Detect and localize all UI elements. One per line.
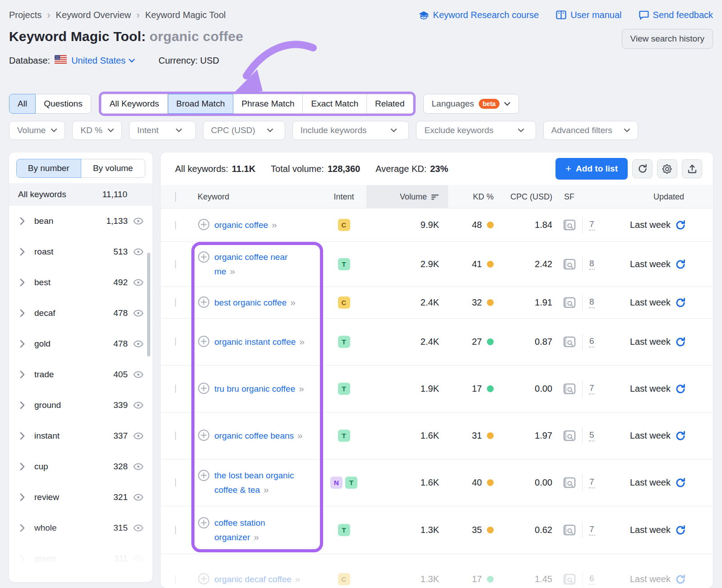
keyword-link[interactable]: organic instant coffee (214, 337, 296, 347)
expand-keyword-icon[interactable]: » (299, 383, 303, 394)
add-keyword-plus-icon[interactable] (198, 251, 210, 265)
tab-related[interactable]: Related (367, 94, 413, 114)
expand-keyword-icon[interactable]: » (272, 219, 276, 230)
include-keywords-dropdown[interactable]: Include keywords (292, 121, 409, 140)
tab-all-keywords[interactable]: All Keywords (101, 94, 168, 114)
volume-filter-dropdown[interactable]: Volume (9, 121, 65, 140)
sf-count[interactable]: 5 (589, 430, 595, 441)
view-search-history-button[interactable]: View search history (622, 29, 713, 49)
tab-all[interactable]: All (9, 94, 36, 114)
sidebar-group-best[interactable]: best 492 (9, 267, 153, 298)
row-checkbox[interactable] (175, 221, 176, 229)
refresh-metrics-icon[interactable] (675, 574, 686, 585)
languages-dropdown[interactable]: Languages beta (423, 94, 519, 114)
serp-features-icon[interactable] (563, 477, 576, 489)
sf-count[interactable]: 6 (589, 336, 595, 347)
tab-phrase-match[interactable]: Phrase Match (233, 94, 303, 114)
serp-features-icon[interactable] (563, 336, 576, 348)
intent-filter-dropdown[interactable]: Intent (129, 121, 196, 140)
sidebar-group-review[interactable]: review 321 (9, 482, 153, 513)
sidebar-scrollbar-thumb[interactable] (147, 253, 150, 357)
serp-features-icon[interactable] (563, 574, 576, 585)
row-checkbox[interactable] (175, 260, 176, 269)
send-feedback-link[interactable]: Send feedback (639, 10, 713, 20)
sidebar-group-decaf[interactable]: decaf 478 (9, 298, 153, 329)
add-keyword-plus-icon[interactable] (198, 335, 210, 349)
chevron-right-icon[interactable] (20, 309, 30, 317)
eye-icon[interactable] (133, 524, 143, 532)
sidebar-all-keywords-row[interactable]: All keywords 11,110 (9, 183, 153, 206)
expand-keyword-icon[interactable]: » (295, 574, 300, 584)
eye-icon[interactable] (133, 279, 143, 286)
exclude-keywords-dropdown[interactable]: Exclude keywords (416, 121, 536, 140)
sidebar-group-trade[interactable]: trade 405 (9, 359, 153, 390)
select-all-checkbox[interactable] (175, 192, 176, 202)
eye-icon[interactable] (133, 402, 143, 409)
chevron-right-icon[interactable] (20, 432, 30, 440)
cpc-filter-dropdown[interactable]: CPC (USD) (203, 121, 285, 140)
sf-count[interactable]: 8 (589, 297, 595, 308)
serp-features-icon[interactable] (563, 297, 576, 309)
sidebar-group-gold[interactable]: gold 478 (9, 329, 153, 359)
keyword-link[interactable]: organic coffee near me (214, 252, 287, 276)
breadcrumb-keyword-magic-tool[interactable]: Keyword Magic Tool (145, 10, 226, 20)
export-button[interactable] (682, 159, 702, 178)
sf-count[interactable]: 7 (589, 524, 595, 536)
database-selector[interactable]: United States (71, 56, 135, 66)
keyword-link[interactable]: the lost bean organic coffee & tea (214, 471, 294, 495)
serp-features-icon[interactable] (563, 219, 576, 231)
refresh-metrics-icon[interactable] (675, 337, 686, 347)
add-keyword-plus-icon[interactable] (198, 517, 210, 531)
chevron-right-icon[interactable] (20, 524, 30, 532)
add-keyword-plus-icon[interactable] (198, 429, 210, 443)
settings-gear-button[interactable] (657, 159, 677, 178)
breadcrumb-projects[interactable]: Projects (9, 10, 42, 20)
sf-count[interactable]: 8 (589, 259, 595, 270)
expand-keyword-icon[interactable]: » (299, 336, 304, 347)
row-checkbox[interactable] (175, 478, 176, 487)
eye-icon[interactable] (133, 555, 143, 562)
refresh-metrics-icon[interactable] (675, 525, 686, 536)
chevron-right-icon[interactable] (20, 463, 30, 471)
expand-keyword-icon[interactable]: » (230, 266, 234, 276)
chevron-right-icon[interactable] (20, 340, 30, 348)
eye-icon[interactable] (133, 248, 143, 255)
keyword-research-course-link[interactable]: Keyword Research course (418, 10, 539, 20)
chevron-right-icon[interactable] (20, 555, 30, 563)
breadcrumb-keyword-overview[interactable]: Keyword Overview (56, 10, 131, 20)
by-volume-toggle[interactable]: By volume (81, 159, 146, 178)
add-keyword-plus-icon[interactable] (198, 469, 210, 483)
row-checkbox[interactable] (175, 298, 176, 307)
sidebar-group-cup[interactable]: cup 328 (9, 451, 153, 482)
serp-features-icon[interactable] (563, 524, 576, 536)
tab-exact-match[interactable]: Exact Match (303, 94, 367, 114)
expand-keyword-icon[interactable]: » (290, 297, 295, 307)
serp-features-icon[interactable] (563, 430, 576, 442)
chevron-right-icon[interactable] (20, 401, 30, 409)
refresh-metrics-icon[interactable] (675, 431, 686, 441)
refresh-metrics-icon[interactable] (675, 477, 686, 488)
sf-count[interactable]: 7 (589, 477, 595, 488)
keyword-link[interactable]: organic coffee (214, 220, 268, 230)
chevron-right-icon[interactable] (20, 248, 30, 256)
sf-count[interactable]: 7 (589, 219, 595, 231)
tab-broad-match[interactable]: Broad Match (168, 94, 234, 114)
sidebar-group-instant[interactable]: instant 337 (9, 421, 153, 451)
serp-features-icon[interactable] (563, 383, 576, 395)
advanced-filters-dropdown[interactable]: Advanced filters (543, 121, 638, 140)
serp-features-icon[interactable] (563, 259, 576, 270)
keyword-link[interactable]: tru bru organic coffee (214, 384, 295, 394)
sidebar-group-bean[interactable]: bean 1,133 (9, 206, 153, 236)
refresh-metrics-icon[interactable] (675, 384, 686, 394)
eye-icon[interactable] (133, 463, 143, 470)
add-keyword-plus-icon[interactable] (198, 382, 210, 396)
row-checkbox[interactable] (175, 384, 176, 393)
eye-icon[interactable] (133, 218, 143, 225)
row-checkbox[interactable] (175, 338, 176, 346)
by-number-toggle[interactable]: By number (16, 159, 81, 178)
refresh-metrics-icon[interactable] (675, 297, 686, 308)
add-keyword-plus-icon[interactable] (198, 296, 210, 310)
keyword-link[interactable]: organic decaf coffee (214, 574, 292, 584)
add-to-list-button[interactable]: + Add to list (555, 158, 628, 180)
eye-icon[interactable] (133, 371, 143, 378)
